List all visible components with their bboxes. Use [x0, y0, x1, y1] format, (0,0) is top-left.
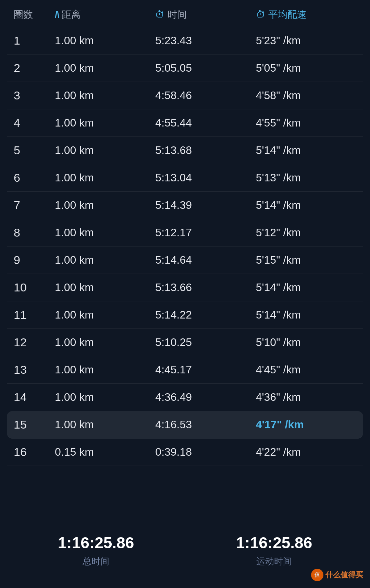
- time-icon: ⏱: [155, 9, 165, 21]
- lap-number: 1: [14, 34, 55, 47]
- table-row: 14 1.00 km 4:36.49 4'36" /km: [7, 384, 363, 411]
- lap-pace: 5'05" /km: [256, 62, 356, 74]
- lap-number: 11: [14, 308, 55, 322]
- lap-pace: 5'13" /km: [256, 171, 356, 184]
- table-row: 12 1.00 km 5:10.25 5'10" /km: [7, 329, 363, 356]
- lap-number: 14: [14, 391, 55, 404]
- lap-time: 5:14.39: [155, 199, 256, 212]
- watermark-icon: 值: [311, 569, 323, 581]
- table-row: 16 0.15 km 0:39.18 4'22" /km: [7, 439, 363, 466]
- active-time-item: 1:16:25.86 运动时间: [236, 533, 312, 567]
- header-lap: 圈数: [14, 8, 55, 21]
- header-pace: ⏱ 平均配速: [256, 8, 356, 21]
- lap-time: 5:10.25: [155, 336, 256, 349]
- lap-distance: 1.00 km: [55, 89, 155, 102]
- lap-pace: 5'10" /km: [256, 336, 356, 349]
- lap-distance: 1.00 km: [55, 62, 155, 74]
- lap-time: 4:45.17: [155, 363, 256, 376]
- table-row: 13 1.00 km 4:45.17 4'45" /km: [7, 356, 363, 384]
- lap-distance: 1.00 km: [55, 336, 155, 349]
- lap-distance: 1.00 km: [55, 254, 155, 266]
- lap-pace: 4'58" /km: [256, 89, 356, 102]
- lap-pace: 4'45" /km: [256, 363, 356, 376]
- lap-number: 8: [14, 226, 55, 239]
- total-time-value: 1:16:25.86: [58, 533, 134, 552]
- watermark-text: 什么值得买: [325, 570, 363, 580]
- table-row: 10 1.00 km 5:13.66 5'14" /km: [7, 274, 363, 301]
- table-row: 4 1.00 km 4:55.44 4'55" /km: [7, 109, 363, 137]
- table-header: 圈数 /\ 距离 ⏱ 时间 ⏱ 平均配速: [7, 0, 363, 27]
- lap-pace: 5'14" /km: [256, 281, 356, 294]
- lap-time: 5:14.22: [155, 309, 256, 321]
- active-time-value: 1:16:25.86: [236, 533, 312, 552]
- table-row: 6 1.00 km 5:13.04 5'13" /km: [7, 164, 363, 192]
- lap-distance: 1.00 km: [55, 226, 155, 239]
- table-row: 3 1.00 km 4:58.46 4'58" /km: [7, 82, 363, 109]
- lap-number: 9: [14, 253, 55, 267]
- active-time-label: 运动时间: [256, 555, 292, 567]
- lap-number: 7: [14, 199, 55, 212]
- lap-time: 4:58.46: [155, 89, 256, 102]
- pace-icon: ⏱: [256, 9, 266, 21]
- lap-number: 5: [14, 144, 55, 157]
- lap-pace: 5'14" /km: [256, 309, 356, 321]
- lap-time: 5:13.68: [155, 144, 256, 157]
- table-row: 7 1.00 km 5:14.39 5'14" /km: [7, 192, 363, 219]
- lap-time: 0:39.18: [155, 446, 256, 458]
- table-row: 1 1.00 km 5:23.43 5'23" /km: [7, 27, 363, 55]
- table-row: 15 1.00 km 4:16.53 4'17" /km: [7, 411, 363, 439]
- lap-pace: 5'23" /km: [256, 34, 356, 47]
- lap-distance: 0.15 km: [55, 446, 155, 458]
- lap-time: 5:13.04: [155, 171, 256, 184]
- table-row: 11 1.00 km 5:14.22 5'14" /km: [7, 301, 363, 329]
- lap-pace: 5'12" /km: [256, 226, 356, 239]
- lap-number: 6: [14, 171, 55, 184]
- lap-time: 4:16.53: [155, 418, 256, 431]
- lap-time: 5:12.17: [155, 226, 256, 239]
- total-time-label: 总时间: [83, 555, 109, 567]
- table-row: 9 1.00 km 5:14.64 5'15" /km: [7, 247, 363, 274]
- lap-time: 4:36.49: [155, 391, 256, 404]
- lap-distance: 1.00 km: [55, 391, 155, 404]
- lap-distance: 1.00 km: [55, 309, 155, 321]
- lap-number: 13: [14, 363, 55, 376]
- lap-number: 15: [14, 418, 55, 431]
- lap-pace: 4'22" /km: [256, 446, 356, 458]
- lap-distance: 1.00 km: [55, 363, 155, 376]
- table-row: 2 1.00 km 5:05.05 5'05" /km: [7, 55, 363, 82]
- lap-distance: 1.00 km: [55, 144, 155, 157]
- lap-number: 12: [14, 336, 55, 349]
- lap-pace: 5'15" /km: [256, 254, 356, 266]
- lap-time: 5:14.64: [155, 254, 256, 266]
- lap-table: 1 1.00 km 5:23.43 5'23" /km 2 1.00 km 5:…: [7, 27, 363, 466]
- lap-time: 5:13.66: [155, 281, 256, 294]
- lap-pace: 4'36" /km: [256, 391, 356, 404]
- total-time-item: 1:16:25.86 总时间: [58, 533, 134, 567]
- lap-time: 5:23.43: [155, 34, 256, 47]
- lap-number: 2: [14, 61, 55, 75]
- lap-pace: 5'14" /km: [256, 144, 356, 157]
- lap-time: 5:05.05: [155, 62, 256, 74]
- lap-distance: 1.00 km: [55, 418, 155, 431]
- lap-pace: 4'17" /km: [256, 418, 356, 431]
- lap-pace: 5'14" /km: [256, 199, 356, 212]
- lap-distance: 1.00 km: [55, 171, 155, 184]
- lap-number: 10: [14, 281, 55, 294]
- table-row: 8 1.00 km 5:12.17 5'12" /km: [7, 219, 363, 247]
- header-time: ⏱ 时间: [155, 8, 256, 21]
- table-row: 5 1.00 km 5:13.68 5'14" /km: [7, 137, 363, 164]
- lap-distance: 1.00 km: [55, 34, 155, 47]
- distance-icon: /\: [55, 10, 59, 20]
- lap-distance: 1.00 km: [55, 281, 155, 294]
- lap-distance: 1.00 km: [55, 199, 155, 212]
- lap-number: 4: [14, 116, 55, 130]
- lap-distance: 1.00 km: [55, 117, 155, 129]
- lap-pace: 4'55" /km: [256, 117, 356, 129]
- lap-number: 16: [14, 445, 55, 459]
- lap-time: 4:55.44: [155, 117, 256, 129]
- lap-number: 3: [14, 89, 55, 102]
- header-distance: /\ 距离: [55, 8, 155, 21]
- watermark: 值 什么值得买: [311, 569, 363, 581]
